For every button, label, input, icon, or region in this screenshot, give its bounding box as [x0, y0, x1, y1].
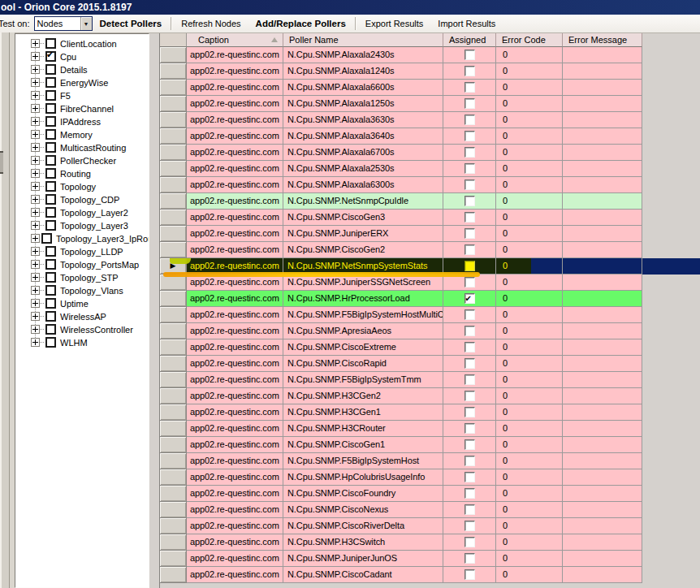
tree-checkbox[interactable] [45, 272, 56, 283]
assigned-checkbox[interactable] [465, 374, 475, 385]
tree-checkbox[interactable] [45, 77, 56, 88]
row-header-cell[interactable] [160, 80, 187, 96]
column-header-caption[interactable]: Caption [187, 33, 283, 47]
grid-row[interactable]: app02.re-questinc.comN.Cpu.SNMP.F5BigIpS… [160, 453, 700, 469]
grid-row[interactable]: app02.re-questinc.comN.Cpu.SNMP.H3CRoute… [160, 421, 700, 437]
assigned-checkbox[interactable] [465, 66, 475, 76]
row-header-cell[interactable] [160, 291, 187, 307]
refresh-nodes-button[interactable]: Refresh Nodes [181, 19, 240, 28]
tree-checkbox[interactable] [45, 324, 56, 335]
row-header-cell[interactable] [160, 128, 187, 145]
grid-row[interactable]: app02.re-questinc.comN.Cpu.SNMP.H3CSwitc… [160, 534, 700, 551]
expand-plus-icon[interactable] [31, 182, 40, 191]
column-header-error-code[interactable]: Error Code [496, 33, 563, 47]
grid-row[interactable]: app02.re-questinc.comN.Cpu.SNMP.H3CGen20 [160, 388, 700, 404]
row-header-cell[interactable] [160, 275, 187, 291]
assigned-checkbox[interactable] [465, 537, 475, 547]
row-header-cell[interactable] [160, 96, 187, 112]
expand-plus-icon[interactable] [31, 195, 40, 204]
tree-checkbox[interactable] [45, 155, 56, 166]
row-header-cell[interactable] [160, 161, 187, 177]
grid-row[interactable]: app02.re-questinc.comN.Cpu.SNMP.Alaxala6… [160, 177, 700, 193]
expand-plus-icon[interactable] [31, 91, 40, 100]
row-header-cell[interactable] [160, 404, 187, 421]
tree-item-wlhm[interactable]: WLHM [15, 335, 149, 348]
assigned-checkbox[interactable] [465, 488, 475, 499]
assigned-checkbox[interactable] [465, 277, 475, 288]
row-header-cell[interactable] [160, 469, 187, 486]
assigned-checkbox[interactable] [465, 309, 475, 320]
grid-row[interactable]: app02.re-questinc.comN.Cpu.SNMP.CiscoGen… [160, 437, 700, 453]
assigned-checkbox[interactable] [465, 358, 475, 369]
grid-row[interactable]: app02.re-questinc.comN.Cpu.SNMP.CiscoGen… [160, 242, 700, 258]
assigned-checkbox[interactable] [465, 293, 475, 304]
assigned-checkbox[interactable] [465, 131, 475, 141]
tree-checkbox[interactable] [45, 90, 56, 101]
grid-row[interactable]: app02.re-questinc.comN.Cpu.SNMP.F5BigIpS… [160, 307, 700, 323]
expand-plus-icon[interactable] [31, 65, 40, 74]
chevron-down-icon[interactable]: ▼ [80, 17, 92, 30]
row-header-cell[interactable] [160, 372, 187, 388]
row-header-cell[interactable] [160, 210, 187, 226]
test-on-select[interactable]: Nodes ▼ [34, 16, 93, 31]
tree-checkbox[interactable] [45, 181, 56, 192]
assigned-checkbox[interactable] [465, 521, 475, 531]
tree-checkbox[interactable] [45, 51, 56, 62]
tree-checkbox[interactable] [45, 129, 56, 140]
column-header-assigned[interactable]: Assigned [443, 33, 496, 47]
grid-row[interactable]: ▶app02.re-questinc.comN.Cpu.SNMP.NetSnmp… [160, 258, 700, 275]
assigned-checkbox[interactable] [465, 326, 475, 336]
assigned-checkbox[interactable] [465, 147, 475, 158]
grid-row[interactable]: app02.re-questinc.comN.Cpu.SNMP.CiscoRiv… [160, 518, 700, 534]
expand-plus-icon[interactable] [31, 169, 40, 178]
tree-checkbox[interactable] [45, 220, 56, 231]
grid-row[interactable]: app02.re-questinc.comN.Cpu.SNMP.JuniperJ… [160, 551, 700, 567]
expand-plus-icon[interactable] [31, 221, 40, 230]
assigned-checkbox[interactable] [465, 342, 475, 352]
assigned-checkbox[interactable] [465, 472, 475, 482]
row-header-cell[interactable] [160, 112, 187, 128]
grid-row[interactable]: app02.re-questinc.comN.Cpu.SNMP.CiscoRap… [160, 356, 700, 372]
assigned-checkbox[interactable] [465, 115, 475, 125]
grid-row[interactable]: app02.re-questinc.comN.Cpu.SNMP.Alaxala3… [160, 112, 700, 128]
row-header-cell[interactable] [160, 323, 187, 339]
add-replace-pollers-button[interactable]: Add/Replace Pollers [256, 19, 346, 28]
expand-plus-icon[interactable] [31, 325, 40, 334]
tree-checkbox[interactable] [45, 246, 56, 257]
expand-plus-icon[interactable] [31, 130, 40, 139]
expand-plus-icon[interactable] [31, 247, 40, 256]
row-header-cell[interactable] [160, 453, 187, 469]
detect-pollers-button[interactable]: Detect Pollers [100, 19, 162, 28]
expand-plus-icon[interactable] [31, 143, 40, 152]
tree-checkbox[interactable] [45, 194, 56, 205]
grid-row[interactable]: app02.re-questinc.comN.Cpu.SNMP.Alaxala6… [160, 145, 700, 161]
column-header-error-message[interactable]: Error Message [563, 33, 642, 47]
row-header-cell[interactable] [160, 356, 187, 372]
tree-checkbox[interactable] [45, 116, 56, 127]
assigned-checkbox[interactable] [465, 244, 475, 255]
expand-plus-icon[interactable] [31, 104, 40, 113]
tree-checkbox[interactable] [45, 298, 56, 309]
grid-row[interactable]: app02.re-questinc.comN.Cpu.SNMP.NetSnmpC… [160, 193, 700, 210]
expand-plus-icon[interactable] [31, 78, 40, 87]
expand-plus-icon[interactable] [31, 208, 40, 217]
expand-plus-icon[interactable] [31, 273, 40, 282]
grid-row[interactable]: app02.re-questinc.comN.Cpu.SNMP.CiscoExt… [160, 339, 700, 356]
grid-row[interactable]: app02.re-questinc.comN.Cpu.SNMP.JuniperS… [160, 275, 700, 291]
assigned-checkbox[interactable] [465, 163, 475, 174]
grid-row[interactable]: app02.re-questinc.comN.Cpu.SNMP.ApresiaA… [160, 323, 700, 339]
expand-plus-icon[interactable] [31, 39, 40, 48]
assigned-checkbox[interactable] [465, 179, 475, 190]
row-header-cell[interactable] [160, 534, 187, 551]
tree-checkbox[interactable] [45, 285, 56, 296]
export-results-button[interactable]: Export Results [365, 19, 424, 28]
expand-plus-icon[interactable] [31, 338, 40, 347]
tree-checkbox[interactable] [45, 311, 56, 322]
row-header-cell[interactable] [160, 567, 187, 583]
assigned-checkbox[interactable] [465, 212, 475, 223]
tree-checkbox[interactable] [45, 64, 56, 75]
expand-plus-icon[interactable] [31, 234, 40, 243]
grid-row[interactable]: app02.re-questinc.comN.Cpu.SNMP.Alaxala2… [160, 47, 700, 63]
grid-row[interactable]: app02.re-questinc.comN.Cpu.SNMP.HrProces… [160, 291, 700, 307]
grid-row[interactable]: app02.re-questinc.comN.Cpu.SNMP.CiscoNex… [160, 502, 700, 518]
